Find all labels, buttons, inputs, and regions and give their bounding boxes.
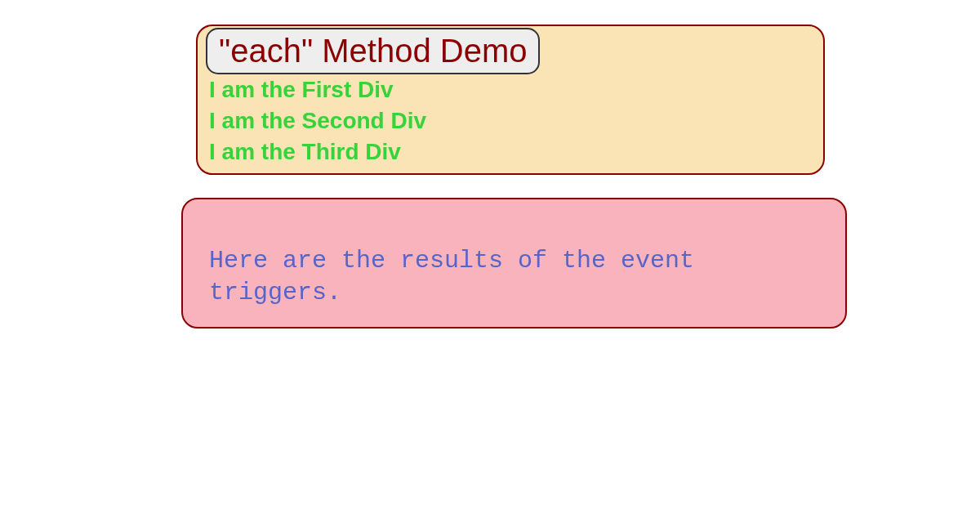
demo-div-3[interactable]: I am the Third Div [209, 136, 823, 168]
page-container: "each" Method Demo I am the First Div I … [196, 25, 825, 329]
results-box: Results Here are the results of the even… [181, 198, 847, 329]
results-text: Here are the results of the event trigge… [209, 245, 831, 309]
page-title: "each" Method Demo [206, 28, 540, 74]
demo-div-2[interactable]: I am the Second Div [209, 105, 823, 136]
demo-box: "each" Method Demo I am the First Div I … [196, 25, 825, 175]
demo-div-1[interactable]: I am the First Div [209, 74, 823, 105]
